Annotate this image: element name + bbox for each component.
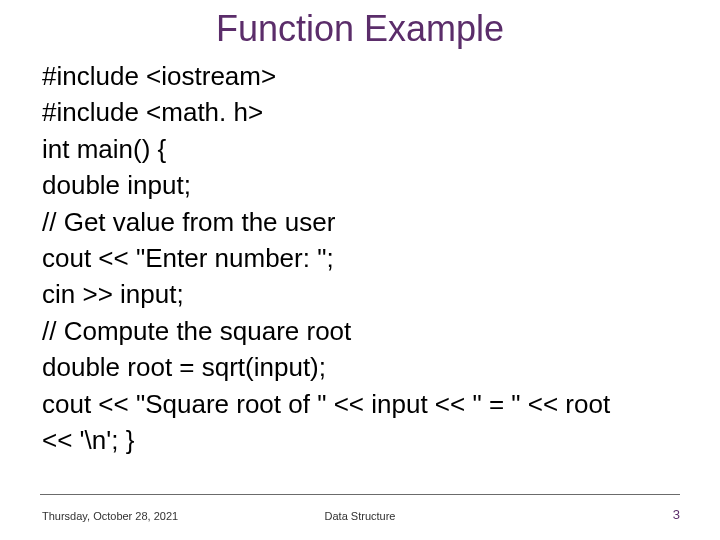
code-block: #include <iostream> #include <math. h> i… <box>0 58 720 540</box>
footer-date: Thursday, October 28, 2021 <box>42 510 178 522</box>
footer-divider <box>40 494 680 495</box>
footer-subject: Data Structure <box>325 510 396 522</box>
code-line: double input; <box>42 167 680 203</box>
code-line: // Get value from the user <box>42 204 680 240</box>
footer-page-number: 3 <box>673 507 680 522</box>
code-line: << '\n'; } <box>42 422 680 458</box>
slide-title: Function Example <box>0 8 720 50</box>
code-line: cout << "Square root of " << input << " … <box>42 386 680 422</box>
code-line: double root = sqrt(input); <box>42 349 680 385</box>
code-line: #include <math. h> <box>42 94 680 130</box>
code-line: cin >> input; <box>42 276 680 312</box>
code-line: int main() { <box>42 131 680 167</box>
code-line: #include <iostream> <box>42 58 680 94</box>
code-line: cout << "Enter number: "; <box>42 240 680 276</box>
footer: Thursday, October 28, 2021 Data Structur… <box>0 500 720 522</box>
code-line: // Compute the square root <box>42 313 680 349</box>
slide-container: Function Example #include <iostream> #in… <box>0 0 720 540</box>
